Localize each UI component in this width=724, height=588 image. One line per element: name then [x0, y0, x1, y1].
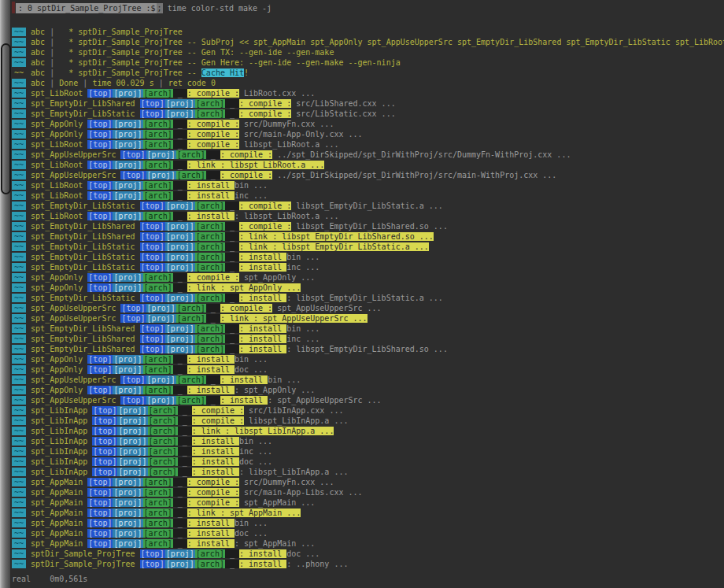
- build-log-line: ~~ spt_AppOnly [top][proj][arch] _ : lin…: [12, 283, 724, 293]
- line-badge: ~~: [12, 171, 26, 179]
- project-name: spt_AppMain: [31, 519, 83, 527]
- tag-top: [top]: [87, 498, 113, 507]
- tag-top: [top]: [87, 120, 113, 128]
- typed-command: time color-std make -j: [163, 4, 272, 13]
- line-badge: ~~: [12, 345, 26, 353]
- action-chunk: : install: [220, 375, 268, 384]
- action-chunk: : compile :: [239, 109, 291, 118]
- action-chunk: : compile :: [220, 150, 272, 159]
- line-badge: ~~: [12, 314, 26, 323]
- blank-line: [12, 17, 724, 27]
- tag-arch: [arch]: [143, 478, 173, 486]
- tag-top: [top]: [120, 396, 146, 405]
- action-chunk: : install: [239, 324, 286, 333]
- underscore-box: _: [225, 294, 239, 302]
- tag-proj: [proj]: [165, 242, 195, 251]
- tag-top: [top]: [87, 212, 113, 220]
- tag-top: [top]: [87, 191, 113, 200]
- line-badge: ~~: [12, 263, 26, 272]
- tag-list: [top][proj][arch]: [87, 539, 172, 548]
- tag-arch: [arch]: [148, 447, 178, 456]
- underscore-box: _: [225, 202, 239, 210]
- arg-text: bin ...: [235, 355, 268, 364]
- line-badge: ~~: [12, 396, 26, 405]
- arg-text: : libspt_EmptyDir_LibShared.so ...: [286, 345, 448, 353]
- tag-top: [top]: [87, 539, 113, 548]
- line-badge: ~~: [12, 355, 26, 364]
- build-log-line: ~~ spt_LibRoot [top][proj][arch] _ : ins…: [12, 180, 724, 190]
- left-scrollbar-track[interactable]: [0, 0, 10, 588]
- build-log-line: ~~ spt_AppUseUpperSrc [top][proj][arch] …: [12, 313, 724, 324]
- tag-list: [top][proj][arch]: [87, 529, 172, 538]
- tag-arch: [arch]: [195, 549, 225, 558]
- arg-text: : spt_AppMain ...: [235, 539, 315, 548]
- action-chunk: : compile :: [187, 140, 239, 149]
- tag-proj: [proj]: [113, 386, 142, 394]
- underscore-box: _: [178, 457, 192, 466]
- line-badge: ~~: [12, 560, 26, 568]
- line-badge: ~~: [12, 488, 26, 497]
- tag-arch: [arch]: [143, 508, 173, 517]
- tag-list: [top][proj][arch]: [140, 232, 225, 241]
- project-name: spt_LibInApp: [31, 427, 87, 435]
- tag-top: [top]: [140, 335, 165, 343]
- build-log-line: ~~ spt_AppOnly [top][proj][arch] _ : ins…: [12, 354, 724, 364]
- action-chunk: : install: [239, 294, 286, 302]
- tag-proj: [proj]: [146, 150, 176, 159]
- line-badge: ~~: [12, 324, 26, 333]
- tag-list: [top][proj][arch]: [92, 427, 177, 435]
- arg-text: : spt_AppOnly ...: [235, 386, 315, 394]
- tag-arch: [arch]: [195, 294, 225, 302]
- tag-proj: [proj]: [113, 191, 142, 200]
- project-name: spt_LibInApp: [31, 416, 87, 425]
- project-name: spt_AppOnly: [31, 120, 83, 128]
- tag-proj: [proj]: [165, 549, 195, 558]
- build-log-line: ~~ spt_LibRoot [top][proj][arch] _ : com…: [12, 139, 724, 150]
- action-chunk: : compile :: [187, 89, 239, 98]
- line-badge: ~~: [12, 212, 26, 220]
- arg-text: : libspt_LibRoot.a ...: [235, 212, 338, 220]
- tag-list: [top][proj][arch]: [87, 212, 172, 220]
- tag-proj: [proj]: [146, 304, 176, 312]
- underscore-box: _: [206, 171, 220, 179]
- tag-proj: [proj]: [113, 130, 142, 139]
- underscore-box: _: [173, 386, 187, 394]
- text-segment: * sptDir_Sample_ProjTree: [54, 28, 183, 36]
- tag-arch: [arch]: [176, 304, 206, 312]
- underscore-box: _: [225, 324, 239, 333]
- line-text: abc | Done | time 00.029 s | ret code 0: [31, 79, 216, 87]
- tag-proj: [proj]: [113, 519, 142, 527]
- line-badge: ~~: [12, 202, 26, 210]
- underscore-box: _: [225, 232, 239, 241]
- line-badge: ~~: [12, 406, 26, 415]
- project-name: spt_AppUseUpperSrc: [31, 314, 116, 323]
- line-badge: ~~: [12, 498, 26, 507]
- text-segment: abc: [31, 68, 50, 77]
- line-badge: ~~: [12, 140, 26, 149]
- action-chunk: : compile :: [187, 120, 239, 128]
- text-segment: * sptDir_Sample_ProjTree -- Gen Here: --…: [54, 58, 401, 67]
- tag-proj: [proj]: [113, 283, 142, 292]
- arg-text: libspt_LibRoot.a ...: [239, 140, 338, 149]
- project-name: spt_EmptyDir_LibShared: [31, 335, 135, 343]
- line-badge: ~~: [12, 508, 26, 517]
- tag-top: [top]: [140, 99, 165, 108]
- underscore-box: _: [225, 253, 239, 261]
- tag-list: [top][proj][arch]: [87, 120, 172, 128]
- arg-text: libspt_LibInApp.a ...: [244, 416, 348, 425]
- build-log-line: ~~ spt_AppMain [top][proj][arch] _ : ins…: [12, 518, 724, 528]
- tag-list: [top][proj][arch]: [140, 560, 225, 568]
- tag-proj: [proj]: [146, 314, 176, 323]
- tag-arch: [arch]: [143, 181, 173, 190]
- tag-proj: [proj]: [113, 355, 142, 364]
- line-badge: ~~: [12, 58, 26, 67]
- arg-text: bin ...: [235, 519, 268, 527]
- build-log-line: ~~ spt_AppMain [top][proj][arch] _ : ins…: [12, 528, 724, 538]
- tag-list: [top][proj][arch]: [87, 519, 172, 527]
- arg-text: ../spt_DirSkipped/spt_DirWithProj/src/Du…: [272, 150, 571, 159]
- tag-list: [top][proj][arch]: [140, 99, 225, 108]
- build-log-line: ~~ spt_EmptyDir_LibShared [top][proj][ar…: [12, 231, 724, 242]
- tag-arch: [arch]: [176, 150, 206, 159]
- tag-proj: [proj]: [117, 416, 147, 425]
- underscore-box: _: [173, 273, 187, 282]
